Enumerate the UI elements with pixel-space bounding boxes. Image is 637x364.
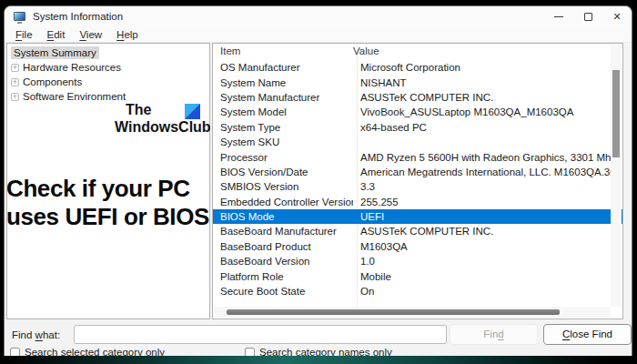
value-cell: ASUSTeK COMPUTER INC. <box>353 226 611 237</box>
table-row-bios-mode[interactable]: BIOS ModeUEFI <box>213 209 622 224</box>
tree-item-components[interactable]: +Components <box>7 75 209 89</box>
tree-item-label: Components <box>23 76 82 87</box>
table-row-system-name[interactable]: System NameNISHANT <box>213 75 622 89</box>
system-information-app-icon <box>14 12 25 21</box>
value-cell: ASUSTeK COMPUTER INC. <box>353 92 611 103</box>
maximize-button[interactable] <box>573 6 602 26</box>
item-cell: Platform Role <box>213 271 353 282</box>
menubar: FileEditViewHelp <box>5 26 632 43</box>
item-cell: Processor <box>213 152 353 163</box>
checkbox-icon[interactable] <box>245 348 255 357</box>
vertical-scrollbar[interactable] <box>611 45 622 307</box>
table-row-baseboard-product[interactable]: BaseBoard ProductM1603QA <box>213 239 622 254</box>
checkbox-icon[interactable] <box>10 348 20 357</box>
table-row-baseboard-manufacturer[interactable]: BaseBoard ManufacturerASUSTeK COMPUTER I… <box>213 224 622 238</box>
tree-item-label: Hardware Resources <box>23 62 121 73</box>
window-titlebar: System Information ✕ <box>5 6 632 26</box>
item-cell: Secure Boot State <box>213 286 353 297</box>
find-bar: Find what: Find Close Find <box>5 323 632 347</box>
value-cell: American Megatrends International, LLC. … <box>353 167 611 177</box>
category-tree-panel: System Summary+Hardware Resources+Compon… <box>6 43 210 319</box>
detail-list-panel: Item Value OS ManufacturerMicrosoft Corp… <box>212 43 623 319</box>
tree-item-software-environment[interactable]: +Software Environment <box>7 89 209 104</box>
window-controls: ✕ <box>544 6 632 26</box>
table-row-os-manufacturer[interactable]: OS ManufacturerMicrosoft Corporation <box>213 60 622 75</box>
menu-item-file[interactable]: File <box>8 28 40 41</box>
list-rows: OS ManufacturerMicrosoft CorporationSyst… <box>213 60 622 298</box>
find-button[interactable]: Find <box>450 324 538 345</box>
value-cell: NISHANT <box>353 77 611 88</box>
item-cell: BaseBoard Product <box>213 241 353 252</box>
close-icon: ✕ <box>612 11 621 23</box>
maximize-icon <box>584 13 592 21</box>
item-cell: BIOS Version/Date <box>213 167 353 177</box>
table-row-secure-boot-state[interactable]: Secure Boot StateOn <box>213 284 622 298</box>
value-cell: 255.255 <box>353 197 611 207</box>
column-header-item[interactable]: Item <box>213 46 353 60</box>
value-cell: UEFI <box>353 211 622 222</box>
value-cell: M1603QA <box>353 241 611 252</box>
minimize-button[interactable] <box>544 6 573 26</box>
table-row-embedded-controller-version[interactable]: Embedded Controller Version255.255 <box>213 195 622 209</box>
table-row-smbios-version[interactable]: SMBIOS Version3.3 <box>213 179 622 194</box>
menu-item-view[interactable]: View <box>72 28 109 41</box>
value-cell: 3.3 <box>353 181 611 192</box>
tree-item-label: Software Environment <box>23 91 126 102</box>
tree-item-hardware-resources[interactable]: +Hardware Resources <box>7 60 209 75</box>
table-row-baseboard-version[interactable]: BaseBoard Version1.0 <box>213 254 622 268</box>
tree-item-system-summary[interactable]: System Summary <box>7 46 209 60</box>
checkbox-search-category-names-only[interactable]: Search category names only <box>245 347 392 356</box>
table-row-system-manufacturer[interactable]: System ManufacturerASUSTeK COMPUTER INC. <box>213 90 622 105</box>
close-find-button[interactable]: Close Find <box>543 324 632 345</box>
checkbox-label: Search category names only <box>259 347 392 356</box>
item-cell: BIOS Mode <box>213 211 353 222</box>
item-cell: System Model <box>213 106 353 117</box>
menu-item-help[interactable]: Help <box>109 28 146 41</box>
table-row-system-type[interactable]: System Typex64-based PC <box>213 120 622 135</box>
find-input[interactable] <box>74 325 447 344</box>
horizontal-scrollbar-thumb[interactable] <box>227 309 560 315</box>
find-what-label: Find what: <box>12 329 60 340</box>
item-cell: System Name <box>213 77 353 88</box>
window-title: System Information <box>33 11 123 22</box>
table-row-system-sku[interactable]: System SKU <box>213 135 622 149</box>
item-cell: Embedded Controller Version <box>213 197 353 207</box>
tree-item-label: System Summary <box>11 46 99 59</box>
expand-plus-icon[interactable]: + <box>11 64 19 72</box>
minimize-icon <box>554 16 563 17</box>
close-button[interactable]: ✕ <box>602 6 632 26</box>
checkbox-search-selected-category-only[interactable]: Search selected category only <box>10 347 165 356</box>
value-cell: Microsoft Corporation <box>353 62 611 73</box>
checkbox-label: Search selected category only <box>25 347 165 356</box>
expand-plus-icon[interactable]: + <box>11 78 19 86</box>
table-row-platform-role[interactable]: Platform RoleMobile <box>213 268 622 283</box>
search-options-row: Search selected category onlySearch cate… <box>5 347 632 356</box>
item-cell: SMBIOS Version <box>213 181 353 192</box>
item-cell: BaseBoard Version <box>213 256 353 267</box>
value-cell: VivoBook_ASUSLaptop M1603QA_M1603QA <box>353 106 611 117</box>
item-cell: System Manufacturer <box>213 92 353 103</box>
item-cell: System Type <box>213 122 353 133</box>
table-row-processor[interactable]: ProcessorAMD Ryzen 5 5600H with Radeon G… <box>213 149 622 164</box>
column-header-value[interactable]: Value <box>353 46 379 60</box>
expand-plus-icon[interactable]: + <box>11 93 19 101</box>
system-information-window: System Information ✕ FileEditViewHelp Sy… <box>4 5 632 356</box>
item-cell: BaseBoard Manufacturer <box>213 226 353 237</box>
item-cell: OS Manufacturer <box>213 62 353 73</box>
horizontal-scrollbar[interactable] <box>214 307 611 318</box>
value-cell: AMD Ryzen 5 5600H with Radeon Graphics, … <box>353 152 611 163</box>
value-cell: 1.0 <box>353 256 611 267</box>
value-cell: Mobile <box>353 271 611 282</box>
value-cell: On <box>353 286 611 297</box>
list-header: Item Value <box>213 46 611 60</box>
value-cell: x64-based PC <box>353 122 611 133</box>
menu-item-edit[interactable]: Edit <box>40 28 73 41</box>
table-row-system-model[interactable]: System ModelVivoBook_ASUSLaptop M1603QA_… <box>213 105 622 119</box>
table-row-bios-version-date[interactable]: BIOS Version/DateAmerican Megatrends Int… <box>213 165 622 179</box>
vertical-scrollbar-thumb[interactable] <box>612 70 620 157</box>
item-cell: System SKU <box>213 136 353 147</box>
